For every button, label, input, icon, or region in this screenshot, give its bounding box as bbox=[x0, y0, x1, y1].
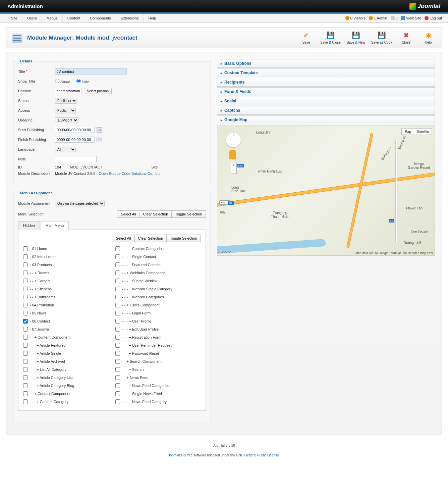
tab-main-menu[interactable]: Main Menu bbox=[41, 221, 69, 230]
footer-license-link[interactable]: GNU General Public License. bbox=[236, 453, 280, 457]
saveclose-button[interactable]: 💾Save & Close bbox=[320, 31, 341, 44]
language-select[interactable]: All bbox=[55, 147, 76, 152]
accordion-google-map[interactable]: ▸Google Map bbox=[217, 115, 435, 124]
menu-item-checkbox[interactable] bbox=[23, 399, 28, 404]
menu-item-checkbox[interactable] bbox=[115, 327, 120, 332]
logout-link[interactable]: Log out bbox=[425, 16, 442, 20]
select-all-button[interactable]: Select All bbox=[112, 235, 134, 242]
menu-item-checkbox[interactable] bbox=[23, 391, 28, 396]
menu-item-users[interactable]: Users bbox=[22, 14, 42, 22]
menu-item-checkbox[interactable] bbox=[115, 311, 120, 315]
menu-item-checkbox[interactable] bbox=[115, 254, 120, 259]
finish-pub-input[interactable] bbox=[55, 137, 95, 143]
module-assignment-select[interactable]: Only on the pages selected bbox=[55, 201, 105, 206]
menu-item-checkbox[interactable] bbox=[115, 335, 120, 340]
map-pan-control[interactable] bbox=[226, 133, 241, 147]
savenew-button[interactable]: 💾Save & New bbox=[347, 31, 365, 44]
menu-item-checkbox[interactable] bbox=[115, 262, 120, 267]
menu-item-checkbox[interactable] bbox=[23, 262, 28, 267]
menu-item-components[interactable]: Components bbox=[85, 14, 116, 22]
position-input[interactable] bbox=[55, 88, 82, 94]
zoom-in-button[interactable]: + bbox=[231, 162, 236, 168]
menu-item-checkbox[interactable] bbox=[23, 335, 28, 340]
menu-item-checkbox[interactable] bbox=[115, 343, 120, 348]
google-map[interactable]: Long Bình Mango Garden Resort Phan Đăng … bbox=[217, 126, 435, 256]
toggle-selection-button-top[interactable]: Toggle Selection bbox=[171, 210, 206, 218]
menu-item-checkbox[interactable] bbox=[115, 295, 120, 299]
savecopy-button[interactable]: 💾Save as Copy bbox=[371, 31, 392, 44]
satellite-view-button[interactable]: Satellite bbox=[414, 129, 432, 135]
menu-item-checkbox[interactable] bbox=[115, 351, 120, 356]
map-view-button[interactable]: Map bbox=[402, 129, 414, 135]
menu-item-checkbox[interactable] bbox=[23, 295, 28, 299]
position-label: Position bbox=[18, 89, 55, 93]
hide-radio[interactable] bbox=[76, 79, 81, 83]
menu-item-checkbox[interactable] bbox=[23, 254, 28, 259]
accordion-form-fields[interactable]: ▸Form & Fields bbox=[217, 87, 435, 96]
menu-item-checkbox[interactable] bbox=[115, 375, 120, 380]
desc-link[interactable]: Open Source Code Solutions Co., Ltd. bbox=[99, 171, 162, 176]
menu-item: - - - + Featured Contact bbox=[115, 261, 201, 269]
accordion-recipients[interactable]: ▸Recipients bbox=[217, 78, 435, 87]
zoom-out-button[interactable]: − bbox=[231, 168, 236, 174]
show-radio-label[interactable]: Show bbox=[55, 79, 70, 84]
menu-item-checkbox[interactable] bbox=[23, 303, 28, 307]
menu-item-checkbox[interactable] bbox=[23, 375, 28, 380]
menu-item-checkbox[interactable] bbox=[23, 351, 28, 356]
menu-item-checkbox[interactable] bbox=[23, 319, 28, 324]
menu-item-checkbox[interactable] bbox=[115, 287, 120, 291]
pegman-icon[interactable] bbox=[229, 150, 236, 159]
close-button[interactable]: ✖Close bbox=[398, 31, 414, 44]
menu-item-checkbox[interactable] bbox=[115, 319, 120, 324]
hide-radio-label[interactable]: Hide bbox=[76, 79, 90, 84]
menu-item-checkbox[interactable] bbox=[115, 303, 120, 307]
menu-item-checkbox[interactable] bbox=[23, 311, 28, 315]
accordion-social[interactable]: ▸Social bbox=[217, 97, 435, 105]
toggle-selection-button[interactable]: Toggle Selection bbox=[166, 235, 201, 242]
view-site-link[interactable]: View Site bbox=[401, 16, 422, 20]
menu-item-extensions[interactable]: Extensions bbox=[116, 14, 144, 22]
menu-item-site[interactable]: Site bbox=[6, 14, 22, 22]
ordering-select[interactable]: 1. JV-contact bbox=[55, 117, 78, 123]
accordion-captcha[interactable]: ▸Captcha bbox=[217, 106, 435, 115]
clear-selection-button-top[interactable]: Clear Selection bbox=[139, 210, 172, 218]
menu-item-checkbox[interactable] bbox=[115, 270, 120, 275]
status-select[interactable]: Published bbox=[55, 98, 77, 104]
access-select[interactable]: Public bbox=[55, 108, 76, 113]
menu-item-checkbox[interactable] bbox=[23, 343, 28, 348]
menu-item-content[interactable]: Content bbox=[63, 14, 86, 22]
calendar-icon[interactable]: 23 bbox=[97, 137, 102, 142]
start-pub-input[interactable] bbox=[55, 127, 95, 133]
menu-item-checkbox[interactable] bbox=[23, 279, 28, 283]
calendar-icon[interactable]: 23 bbox=[97, 127, 102, 133]
footer-joomla-link[interactable]: Joomla!® bbox=[168, 453, 182, 457]
tab-hidden[interactable]: Hidden bbox=[18, 221, 40, 230]
select-position-button[interactable]: Select position bbox=[84, 88, 112, 94]
menu-item-checkbox[interactable] bbox=[115, 383, 120, 388]
menu-item-checkbox[interactable] bbox=[115, 359, 120, 364]
menu-item-checkbox[interactable] bbox=[23, 287, 28, 291]
menu-item-checkbox[interactable] bbox=[115, 279, 120, 283]
show-radio[interactable] bbox=[55, 79, 59, 83]
menu-item-checkbox[interactable] bbox=[115, 367, 120, 372]
save-button[interactable]: ✔Save bbox=[298, 31, 314, 44]
menu-item-checkbox[interactable] bbox=[115, 246, 120, 251]
help-button[interactable]: ◉Help bbox=[420, 31, 436, 44]
menu-item-checkbox[interactable] bbox=[23, 383, 28, 388]
title-input[interactable] bbox=[55, 68, 127, 75]
accordion-custom-template[interactable]: ▸Custom Template bbox=[217, 68, 435, 77]
note-input[interactable] bbox=[55, 156, 97, 162]
menu-item-checkbox[interactable] bbox=[23, 246, 28, 251]
menu-item-checkbox[interactable] bbox=[23, 270, 28, 275]
menu-item-checkbox[interactable] bbox=[23, 327, 28, 332]
menu-item-checkbox[interactable] bbox=[23, 367, 28, 372]
menu-item-checkbox[interactable] bbox=[23, 359, 28, 364]
menu-item-menus[interactable]: Menus bbox=[42, 14, 63, 22]
select-all-button-top[interactable]: Select All bbox=[117, 210, 139, 218]
menu-item-help[interactable]: Help bbox=[144, 14, 161, 22]
clear-selection-button[interactable]: Clear Selection bbox=[134, 235, 167, 242]
menu-item-label: - - + Weblinks Component bbox=[122, 271, 165, 275]
menu-item-checkbox[interactable] bbox=[115, 391, 120, 396]
accordion-basic-options[interactable]: ▸Basic Options bbox=[217, 59, 435, 68]
menu-item-checkbox[interactable] bbox=[115, 399, 120, 404]
